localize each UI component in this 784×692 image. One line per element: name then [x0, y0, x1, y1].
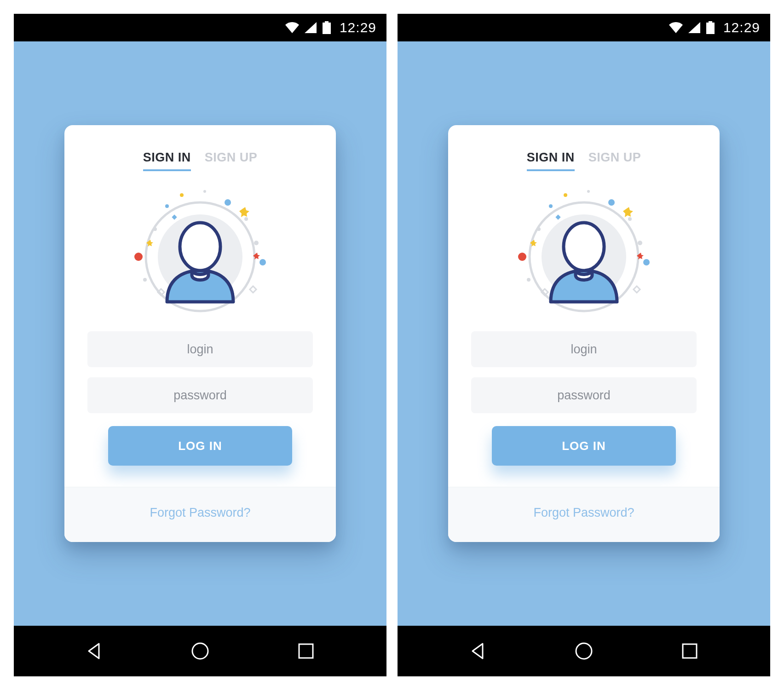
nav-recent-button[interactable] [678, 640, 701, 663]
svg-rect-19 [299, 644, 313, 658]
svg-point-25 [518, 253, 526, 261]
svg-rect-1 [323, 23, 331, 34]
svg-point-27 [638, 241, 642, 245]
tab-signin[interactable]: SIGN IN [143, 150, 191, 171]
password-input[interactable] [87, 377, 313, 413]
svg-point-10 [153, 227, 157, 231]
login-input[interactable] [87, 331, 313, 367]
auth-card: SIGN IN SIGN UP [448, 125, 720, 542]
svg-point-5 [134, 253, 143, 261]
nav-home-button[interactable] [189, 640, 212, 663]
tab-signup[interactable]: SIGN UP [588, 150, 641, 171]
svg-point-26 [643, 259, 650, 265]
content-area: SIGN IN SIGN UP [398, 41, 770, 626]
svg-rect-21 [706, 23, 715, 34]
forgot-password-link[interactable]: Forgot Password? [533, 506, 634, 519]
cell-signal-icon [305, 22, 317, 33]
battery-icon [322, 21, 331, 34]
android-nav-bar [14, 626, 386, 676]
card-footer: Forgot Password? [448, 487, 720, 542]
login-button[interactable]: LOG IN [108, 426, 292, 466]
svg-point-7 [254, 241, 259, 245]
nav-recent-button[interactable] [294, 640, 317, 663]
phone-frame-right: 12:29 SIGN IN SIGN UP [398, 14, 770, 676]
auth-tabs: SIGN IN SIGN UP [527, 150, 641, 171]
auth-card: SIGN IN SIGN UP [64, 125, 336, 542]
tab-signup[interactable]: SIGN UP [205, 150, 258, 171]
svg-point-31 [628, 217, 632, 221]
svg-point-30 [537, 227, 541, 231]
svg-point-28 [608, 199, 615, 206]
svg-point-32 [527, 278, 530, 282]
svg-point-33 [564, 193, 567, 197]
nav-back-button[interactable] [467, 640, 490, 663]
card-footer: Forgot Password? [64, 487, 336, 542]
svg-point-4 [180, 223, 220, 271]
status-bar: 12:29 [14, 14, 386, 41]
status-bar: 12:29 [398, 14, 770, 41]
android-nav-bar [398, 626, 770, 676]
svg-point-14 [203, 190, 206, 193]
svg-rect-17 [172, 214, 177, 219]
svg-rect-16 [250, 286, 256, 293]
wifi-icon [285, 22, 299, 33]
svg-rect-36 [634, 286, 640, 293]
svg-point-34 [587, 190, 590, 193]
auth-tabs: SIGN IN SIGN UP [143, 150, 258, 171]
forgot-password-link[interactable]: Forgot Password? [150, 506, 250, 519]
svg-point-29 [549, 204, 553, 208]
svg-rect-37 [555, 214, 560, 219]
svg-point-13 [180, 193, 184, 197]
svg-rect-39 [683, 644, 697, 658]
svg-point-24 [564, 223, 604, 271]
svg-point-12 [143, 278, 147, 282]
content-area: SIGN IN SIGN UP [14, 41, 386, 626]
battery-icon [706, 21, 715, 34]
tab-signin[interactable]: SIGN IN [527, 150, 575, 171]
status-time: 12:29 [723, 20, 760, 35]
avatar-illustration [496, 183, 671, 321]
login-input[interactable] [471, 331, 697, 367]
svg-point-11 [244, 217, 248, 221]
avatar-illustration [113, 183, 288, 321]
login-button[interactable]: LOG IN [492, 426, 676, 466]
nav-home-button[interactable] [572, 640, 595, 663]
svg-rect-0 [325, 21, 329, 23]
password-input[interactable] [471, 377, 697, 413]
phone-frame-left: 12:29 SIGN IN SIGN UP [14, 14, 386, 676]
cell-signal-icon [688, 22, 700, 33]
nav-back-button[interactable] [83, 640, 106, 663]
wifi-icon [669, 22, 683, 33]
svg-point-18 [192, 643, 208, 659]
svg-point-9 [165, 204, 169, 208]
svg-point-6 [259, 259, 266, 265]
svg-point-38 [576, 643, 592, 659]
status-time: 12:29 [340, 20, 376, 35]
svg-point-8 [225, 199, 231, 206]
svg-rect-20 [709, 21, 712, 23]
